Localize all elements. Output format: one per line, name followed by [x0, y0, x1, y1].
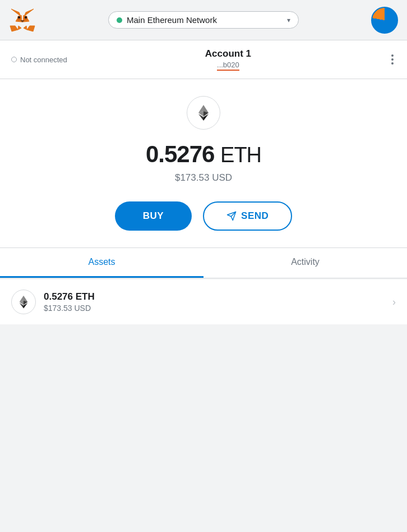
- svg-point-12: [25, 16, 27, 19]
- send-button[interactable]: SEND: [203, 201, 292, 231]
- asset-chevron-right-icon: ›: [392, 296, 396, 308]
- asset-eth-info: 0.5276 ETH $173.53 USD: [44, 291, 392, 313]
- more-dot-3: [391, 62, 394, 65]
- account-avatar[interactable]: [371, 7, 398, 34]
- action-buttons: BUY SEND: [115, 201, 293, 231]
- svg-marker-7: [24, 26, 27, 30]
- svg-marker-3: [10, 26, 18, 31]
- account-bar: Not connected Account 1 ...b020: [0, 40, 407, 79]
- svg-marker-2: [27, 26, 35, 31]
- asset-list: 0.5276 ETH $173.53 USD ›: [0, 279, 407, 325]
- eth-small-diamond-icon: [16, 295, 31, 309]
- send-icon: [226, 211, 237, 221]
- disconnected-dot: [11, 57, 17, 62]
- svg-marker-1: [11, 9, 21, 16]
- account-name: Account 1: [205, 48, 251, 59]
- network-status-dot: [117, 17, 122, 23]
- eth-balance-display: 0.5276 ETH: [146, 141, 261, 168]
- svg-marker-6: [18, 26, 21, 30]
- svg-marker-0: [24, 9, 34, 16]
- network-name: Main Ethereum Network: [127, 15, 217, 25]
- eth-amount: 0.5276: [146, 141, 214, 167]
- network-selector[interactable]: Main Ethereum Network ▾: [108, 11, 299, 29]
- header: Main Ethereum Network ▾: [0, 0, 407, 40]
- more-dot-1: [391, 54, 394, 57]
- asset-item-eth[interactable]: 0.5276 ETH $173.53 USD ›: [0, 279, 407, 325]
- tabs-bar: Assets Activity: [0, 248, 407, 278]
- asset-eth-amount: 0.5276 ETH: [44, 291, 392, 302]
- tab-activity[interactable]: Activity: [203, 248, 407, 278]
- metamask-logo[interactable]: [9, 7, 36, 34]
- asset-eth-icon: [11, 290, 36, 314]
- main-balance-area: 0.5276 ETH $173.53 USD BUY SEND: [0, 79, 407, 248]
- account-info[interactable]: Account 1 ...b020: [205, 48, 251, 71]
- tab-assets[interactable]: Assets: [0, 248, 203, 278]
- asset-usd-amount: $173.53 USD: [44, 304, 392, 313]
- svg-point-11: [18, 16, 20, 19]
- send-label: SEND: [241, 210, 269, 222]
- account-options-button[interactable]: [389, 52, 396, 67]
- connection-status: Not connected: [11, 56, 67, 64]
- not-connected-label: Not connected: [20, 56, 67, 64]
- usd-balance-display: $173.53 USD: [175, 172, 232, 184]
- eth-logo-container: [187, 96, 220, 130]
- eth-diamond-icon: [195, 104, 212, 122]
- chevron-down-icon: ▾: [287, 16, 290, 24]
- eth-unit: ETH: [220, 143, 261, 167]
- account-address: ...b020: [217, 61, 239, 71]
- more-dot-2: [391, 58, 394, 61]
- buy-button[interactable]: BUY: [115, 201, 192, 231]
